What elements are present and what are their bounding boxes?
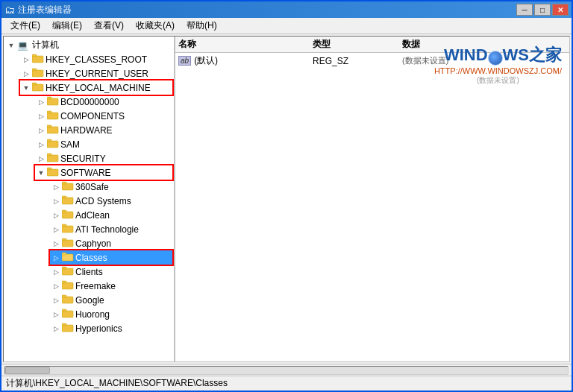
tree-row-computer[interactable]: ▼ 💻 计算机 <box>5 38 172 52</box>
tree-row-google[interactable]: ▷ Google <box>50 293 172 307</box>
watermark-sub: (数据未设置) <box>434 75 562 86</box>
tree-pane[interactable]: ▼ 💻 计算机 ▷ HKEY_CLASSES_ROOT <box>4 37 175 361</box>
computer-icon: 💻 <box>17 40 28 51</box>
svg-rect-30 <box>62 268 73 275</box>
status-bar: 计算机\HKEY_LOCAL_MACHINE\SOFTWARE\Classes <box>1 376 572 391</box>
tree-row-hkcr[interactable]: ▷ HKEY_CLASSES_ROOT <box>20 52 172 66</box>
tree-node-root: ▼ 💻 计算机 ▷ HKEY_CLASSES_ROOT <box>5 38 172 335</box>
title-bar: 🗂 注册表编辑器 ─ □ ✕ <box>1 1 572 18</box>
folder-components-icon <box>47 110 59 122</box>
freemake-label: Freemake <box>74 281 116 291</box>
svg-rect-32 <box>62 282 73 289</box>
expand-sam-icon: ▷ <box>35 139 47 151</box>
folder-360safe-icon <box>62 180 74 193</box>
svg-rect-8 <box>47 113 58 119</box>
tree-row-components[interactable]: ▷ COMPONENTS <box>35 109 172 123</box>
minimize-button[interactable]: ─ <box>516 4 533 16</box>
tree-row-hardware[interactable]: ▷ HARDWARE <box>35 123 172 137</box>
scrollbar-thumb[interactable] <box>5 367 50 374</box>
menu-view[interactable]: 查看(V) <box>88 18 130 34</box>
expand-hklm-icon: ▼ <box>20 82 32 94</box>
tree-row-hkcu[interactable]: ▷ HKEY_CURRENT_USER <box>20 66 172 80</box>
acd-label: ACD Systems <box>74 196 131 206</box>
menu-favorites[interactable]: 收藏夹(A) <box>130 18 181 34</box>
classes-label: Classes <box>74 253 107 263</box>
tree-row-security[interactable]: ▷ SECURITY <box>35 151 172 165</box>
tree-row-360safe[interactable]: ▷ 360Safe <box>50 180 172 194</box>
folder-hyperionics-icon <box>62 322 74 335</box>
registry-editor-window: 🗂 注册表编辑器 ─ □ ✕ 文件(E) 编辑(E) 查看(V) 收藏夹(A) … <box>0 0 573 392</box>
tree-row-bcd[interactable]: ▷ BCD00000000 <box>35 95 172 109</box>
expand-computer-icon: ▼ <box>5 39 17 51</box>
svg-rect-35 <box>62 295 66 297</box>
svg-rect-26 <box>62 240 73 247</box>
svg-rect-7 <box>47 97 51 99</box>
tree-children-hklm: ▷ BCD00000000 ▷ <box>20 95 172 335</box>
google-label: Google <box>74 295 104 306</box>
tree-row-clients[interactable]: ▷ Clients <box>50 265 172 279</box>
tree-row-adclean[interactable]: ▷ AdClean <box>50 208 172 222</box>
svg-rect-9 <box>47 111 51 113</box>
expand-freemake-icon: ▷ <box>50 280 62 292</box>
expand-hkcu-icon: ▷ <box>20 68 32 80</box>
tree-row-acd[interactable]: ▷ ACD Systems <box>50 194 172 208</box>
title-buttons: ─ □ ✕ <box>516 4 569 16</box>
svg-rect-10 <box>47 127 58 133</box>
header-type: 类型 <box>313 38 402 51</box>
menu-edit[interactable]: 编辑(E) <box>46 18 88 34</box>
tree-row-ati[interactable]: ▷ ATI Technologie <box>50 222 172 236</box>
svg-rect-4 <box>32 84 43 91</box>
expand-classes-icon: ▷ <box>50 252 62 264</box>
tree-row-caphyon[interactable]: ▷ Caphyon <box>50 236 172 250</box>
window-title: 注册表编辑器 <box>18 4 72 16</box>
expand-hkcr-icon: ▷ <box>20 54 32 66</box>
close-button[interactable]: ✕ <box>552 4 569 16</box>
folder-hardware-icon <box>47 124 59 136</box>
svg-rect-22 <box>62 212 73 218</box>
status-path: 计算机\HKEY_LOCAL_MACHINE\SOFTWARE\Classes <box>6 377 228 390</box>
svg-rect-11 <box>47 125 51 127</box>
expand-software-icon: ▼ <box>35 167 47 179</box>
folder-caphyon-icon <box>62 237 74 250</box>
maximize-button[interactable]: □ <box>534 4 551 16</box>
expand-360safe-icon: ▷ <box>50 181 62 193</box>
row-type-cell: REG_SZ <box>313 56 402 66</box>
row-name-label: (默认) <box>194 54 218 67</box>
svg-rect-27 <box>62 238 66 241</box>
svg-rect-3 <box>32 69 37 71</box>
ab-icon: ab <box>178 56 191 66</box>
svg-rect-5 <box>32 83 37 85</box>
svg-rect-23 <box>62 210 66 212</box>
watermark-url: HTTP://WWW.WINDOWSZJ.COM/ <box>434 66 562 75</box>
expand-clients-icon: ▷ <box>50 266 62 278</box>
expand-hardware-icon: ▷ <box>35 124 47 136</box>
clients-label: Clients <box>74 267 103 277</box>
tree-row-freemake[interactable]: ▷ Freemake <box>50 279 172 293</box>
menu-file[interactable]: 文件(E) <box>4 18 46 34</box>
tree-row-hklm[interactable]: ▼ HKEY_LOCAL_MACHINE <box>20 80 172 95</box>
tree-node-hkcu: ▷ HKEY_CURRENT_USER <box>20 66 172 80</box>
hkcu-label: HKEY_CURRENT_USER <box>44 69 148 79</box>
tree-row-classes[interactable]: ▷ Classes <box>50 250 172 265</box>
svg-rect-24 <box>62 226 73 233</box>
expand-google-icon: ▷ <box>50 294 62 306</box>
svg-rect-21 <box>62 196 66 198</box>
svg-rect-31 <box>62 267 66 269</box>
tree-row-software[interactable]: ▼ SOFTWARE <box>35 165 172 180</box>
hardware-label: HARDWARE <box>59 125 113 136</box>
svg-rect-36 <box>62 311 73 317</box>
svg-rect-25 <box>62 224 66 227</box>
expand-components-icon: ▷ <box>35 110 47 122</box>
svg-rect-16 <box>47 169 58 176</box>
svg-rect-13 <box>47 139 51 142</box>
horizontal-scrollbar[interactable] <box>4 366 569 375</box>
menu-help[interactable]: 帮助(H) <box>181 18 223 34</box>
svg-rect-6 <box>47 98 58 105</box>
svg-rect-14 <box>47 155 58 162</box>
tree-row-hyperionics[interactable]: ▷ Hyperionics <box>50 321 172 335</box>
tree-row-sam[interactable]: ▷ SAM <box>35 137 172 151</box>
ati-label: ATI Technologie <box>74 224 139 235</box>
hkcr-label: HKEY_CLASSES_ROOT <box>44 54 147 65</box>
hklm-label: HKEY_LOCAL_MACHINE <box>44 83 151 93</box>
tree-row-huorong[interactable]: ▷ Huorong <box>50 307 172 321</box>
